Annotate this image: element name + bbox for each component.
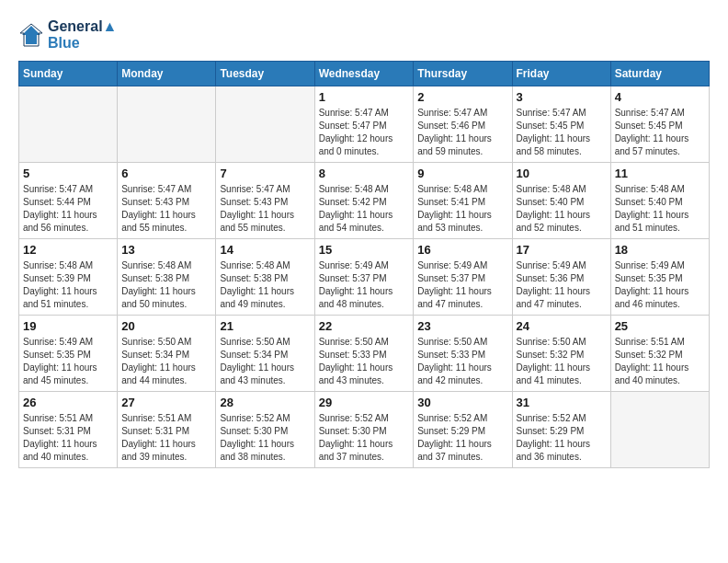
day-number: 28	[220, 396, 310, 409]
calendar-table: SundayMondayTuesdayWednesdayThursdayFrid…	[18, 61, 710, 468]
day-number: 1	[319, 90, 410, 104]
calendar-week-row: 19Sunrise: 5:49 AMSunset: 5:35 PMDayligh…	[19, 316, 710, 392]
day-number: 19	[23, 319, 113, 333]
calendar-week-row: 12Sunrise: 5:48 AMSunset: 5:39 PMDayligh…	[19, 239, 710, 316]
calendar-cell	[610, 392, 709, 468]
day-number: 25	[615, 319, 705, 333]
day-info: Sunrise: 5:52 AMSunset: 5:30 PMDaylight:…	[319, 412, 410, 464]
calendar-cell: 22Sunrise: 5:50 AMSunset: 5:33 PMDayligh…	[314, 316, 414, 392]
calendar-week-row: 5Sunrise: 5:47 AMSunset: 5:44 PMDaylight…	[19, 163, 710, 239]
calendar-cell	[118, 86, 216, 163]
day-info: Sunrise: 5:49 AMSunset: 5:37 PMDaylight:…	[319, 259, 410, 311]
day-number: 21	[220, 319, 310, 333]
day-info: Sunrise: 5:47 AMSunset: 5:47 PMDaylight:…	[319, 107, 410, 158]
weekday-header: Thursday	[414, 62, 512, 86]
calendar-cell	[216, 86, 314, 163]
day-info: Sunrise: 5:48 AMSunset: 5:38 PMDaylight:…	[220, 259, 310, 311]
calendar-cell: 2Sunrise: 5:47 AMSunset: 5:46 PMDaylight…	[414, 86, 512, 163]
day-info: Sunrise: 5:52 AMSunset: 5:30 PMDaylight:…	[220, 412, 310, 464]
calendar-cell: 27Sunrise: 5:51 AMSunset: 5:31 PMDayligh…	[118, 392, 216, 468]
day-info: Sunrise: 5:47 AMSunset: 5:44 PMDaylight:…	[23, 183, 113, 235]
calendar-cell: 31Sunrise: 5:52 AMSunset: 5:29 PMDayligh…	[512, 392, 610, 468]
day-info: Sunrise: 5:50 AMSunset: 5:33 PMDaylight:…	[319, 336, 410, 387]
calendar-cell: 17Sunrise: 5:49 AMSunset: 5:36 PMDayligh…	[512, 239, 610, 316]
day-info: Sunrise: 5:49 AMSunset: 5:35 PMDaylight:…	[23, 336, 113, 387]
day-info: Sunrise: 5:50 AMSunset: 5:32 PMDaylight:…	[517, 336, 607, 387]
day-info: Sunrise: 5:50 AMSunset: 5:33 PMDaylight:…	[417, 336, 507, 387]
day-number: 16	[417, 243, 507, 257]
day-number: 4	[615, 90, 705, 104]
day-info: Sunrise: 5:48 AMSunset: 5:40 PMDaylight:…	[517, 183, 607, 235]
day-number: 13	[121, 243, 211, 257]
calendar-cell	[19, 86, 118, 163]
day-info: Sunrise: 5:48 AMSunset: 5:39 PMDaylight:…	[23, 259, 113, 311]
day-info: Sunrise: 5:50 AMSunset: 5:34 PMDaylight:…	[220, 336, 310, 387]
day-number: 17	[517, 243, 607, 257]
day-info: Sunrise: 5:48 AMSunset: 5:40 PMDaylight:…	[615, 183, 705, 235]
calendar-cell: 13Sunrise: 5:48 AMSunset: 5:38 PMDayligh…	[118, 239, 216, 316]
calendar-cell: 11Sunrise: 5:48 AMSunset: 5:40 PMDayligh…	[610, 163, 709, 239]
calendar-cell: 25Sunrise: 5:51 AMSunset: 5:32 PMDayligh…	[610, 316, 709, 392]
day-info: Sunrise: 5:49 AMSunset: 5:37 PMDaylight:…	[417, 259, 507, 311]
day-info: Sunrise: 5:51 AMSunset: 5:32 PMDaylight:…	[615, 336, 705, 387]
day-info: Sunrise: 5:47 AMSunset: 5:45 PMDaylight:…	[615, 107, 705, 158]
day-info: Sunrise: 5:47 AMSunset: 5:45 PMDaylight:…	[517, 107, 607, 158]
day-number: 11	[615, 167, 705, 180]
calendar-cell: 18Sunrise: 5:49 AMSunset: 5:35 PMDayligh…	[610, 239, 709, 316]
logo: General▲ Blue	[18, 18, 117, 52]
weekday-header: Saturday	[610, 62, 709, 86]
calendar-cell: 6Sunrise: 5:47 AMSunset: 5:43 PMDaylight…	[118, 163, 216, 239]
weekday-header: Wednesday	[314, 62, 414, 86]
day-info: Sunrise: 5:48 AMSunset: 5:42 PMDaylight:…	[319, 183, 410, 235]
calendar-week-row: 26Sunrise: 5:51 AMSunset: 5:31 PMDayligh…	[19, 392, 710, 468]
calendar-cell: 26Sunrise: 5:51 AMSunset: 5:31 PMDayligh…	[19, 392, 118, 468]
day-number: 10	[517, 167, 607, 180]
calendar-cell: 15Sunrise: 5:49 AMSunset: 5:37 PMDayligh…	[314, 239, 414, 316]
calendar-cell: 8Sunrise: 5:48 AMSunset: 5:42 PMDaylight…	[314, 163, 414, 239]
day-info: Sunrise: 5:47 AMSunset: 5:46 PMDaylight:…	[417, 107, 507, 158]
calendar-cell: 20Sunrise: 5:50 AMSunset: 5:34 PMDayligh…	[118, 316, 216, 392]
day-number: 7	[220, 167, 310, 180]
day-number: 5	[23, 167, 113, 180]
calendar-cell: 4Sunrise: 5:47 AMSunset: 5:45 PMDaylight…	[610, 86, 709, 163]
calendar-cell: 16Sunrise: 5:49 AMSunset: 5:37 PMDayligh…	[414, 239, 512, 316]
calendar-cell: 1Sunrise: 5:47 AMSunset: 5:47 PMDaylight…	[314, 86, 414, 163]
day-info: Sunrise: 5:47 AMSunset: 5:43 PMDaylight:…	[220, 183, 310, 235]
calendar-cell: 21Sunrise: 5:50 AMSunset: 5:34 PMDayligh…	[216, 316, 314, 392]
day-number: 26	[23, 396, 113, 409]
day-info: Sunrise: 5:48 AMSunset: 5:41 PMDaylight:…	[417, 183, 507, 235]
calendar-week-row: 1Sunrise: 5:47 AMSunset: 5:47 PMDaylight…	[19, 86, 710, 163]
day-number: 6	[121, 167, 211, 180]
day-number: 14	[220, 243, 310, 257]
day-number: 12	[23, 243, 113, 257]
day-number: 8	[319, 167, 410, 180]
day-number: 24	[517, 319, 607, 333]
day-number: 27	[121, 396, 211, 409]
svg-marker-0	[22, 26, 40, 44]
calendar-cell: 7Sunrise: 5:47 AMSunset: 5:43 PMDaylight…	[216, 163, 314, 239]
day-number: 30	[417, 396, 507, 409]
calendar-header-row: SundayMondayTuesdayWednesdayThursdayFrid…	[19, 62, 710, 86]
logo-text: General▲ Blue	[48, 18, 117, 52]
calendar-cell: 5Sunrise: 5:47 AMSunset: 5:44 PMDaylight…	[19, 163, 118, 239]
calendar-cell: 19Sunrise: 5:49 AMSunset: 5:35 PMDayligh…	[19, 316, 118, 392]
calendar-cell: 10Sunrise: 5:48 AMSunset: 5:40 PMDayligh…	[512, 163, 610, 239]
day-number: 18	[615, 243, 705, 257]
day-number: 23	[417, 319, 507, 333]
day-number: 2	[417, 90, 507, 104]
day-info: Sunrise: 5:52 AMSunset: 5:29 PMDaylight:…	[417, 412, 507, 464]
day-number: 3	[517, 90, 607, 104]
weekday-header: Sunday	[19, 62, 118, 86]
calendar-cell: 12Sunrise: 5:48 AMSunset: 5:39 PMDayligh…	[19, 239, 118, 316]
day-number: 22	[319, 319, 410, 333]
day-info: Sunrise: 5:52 AMSunset: 5:29 PMDaylight:…	[517, 412, 607, 464]
day-info: Sunrise: 5:51 AMSunset: 5:31 PMDaylight:…	[121, 412, 211, 464]
weekday-header: Friday	[512, 62, 610, 86]
day-number: 9	[417, 167, 507, 180]
day-info: Sunrise: 5:49 AMSunset: 5:36 PMDaylight:…	[517, 259, 607, 311]
calendar-cell: 3Sunrise: 5:47 AMSunset: 5:45 PMDaylight…	[512, 86, 610, 163]
day-info: Sunrise: 5:48 AMSunset: 5:38 PMDaylight:…	[121, 259, 211, 311]
day-number: 29	[319, 396, 410, 409]
weekday-header: Monday	[118, 62, 216, 86]
calendar-cell: 14Sunrise: 5:48 AMSunset: 5:38 PMDayligh…	[216, 239, 314, 316]
